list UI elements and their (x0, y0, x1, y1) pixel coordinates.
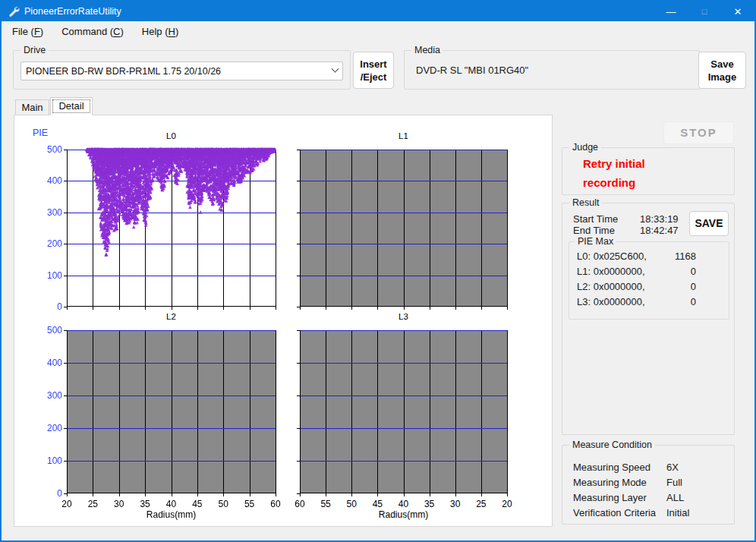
x-tick-L2-40: 40 (162, 499, 181, 509)
x-tick-L3-60: 60 (290, 499, 310, 509)
verification-criteria-row: Verification CriteriaInitial (573, 507, 729, 518)
y-tick-L0-200: 200 (36, 238, 62, 249)
x-tick-L3-30: 30 (446, 499, 465, 509)
chevron-down-icon (332, 65, 339, 73)
measuring-layer-row: Measuring LayerALL (573, 492, 729, 503)
drive-select[interactable]: PIONEER BD-RW BDR-PR1ML 1.75 20/10/26 (20, 61, 343, 80)
y-tick-L0-300: 300 (36, 207, 62, 218)
y-tick-L0-0: 0 (36, 301, 62, 312)
x-tick-L2-55: 55 (240, 499, 260, 509)
pie-max-row-l0: L0: 0x025C600,1168 (577, 251, 725, 262)
minimize-button[interactable]: — (654, 2, 688, 21)
y-tick-L2-400: 400 (36, 358, 62, 368)
x-tick-L2-60: 60 (266, 499, 285, 509)
save-image-button[interactable]: Save Image (698, 52, 746, 89)
media-group: Media DVD-R SL "MBI 01RG40" (404, 50, 700, 90)
judge-group: Judge Retry initial recording (562, 147, 735, 195)
pie-max-label: PIE Max (575, 236, 616, 247)
x-tick-L3-40: 40 (394, 499, 414, 509)
chart-L2-canvas (62, 327, 279, 499)
tab-detail[interactable]: Detail (50, 97, 93, 115)
start-time-row: Start Time 18:33:19 (573, 213, 618, 225)
end-time-value: 18:42:47 (640, 225, 693, 236)
pie-max-group: PIE Max L0: 0x025C600,1168 L1: 0x0000000… (569, 241, 729, 320)
app-window: PioneerErrorRateUtility — □ ✕ File (F) C… (0, 0, 756, 542)
pie-max-row-l1: L1: 0x0000000,0 (577, 266, 725, 277)
x-tick-L2-35: 35 (135, 499, 155, 509)
chart-title-L2: L2 (149, 312, 194, 321)
y-tick-L2-300: 300 (36, 390, 62, 401)
result-group: Result Start Time 18:33:19 End Time 18:4… (562, 203, 735, 435)
chart-title-L1: L1 (381, 131, 427, 140)
x-tick-L2-25: 25 (83, 499, 102, 509)
drive-selected-value: PIONEER BD-RW BDR-PR1ML 1.75 20/10/26 (26, 66, 221, 77)
y-tick-L2-0: 0 (36, 488, 62, 499)
measuring-speed-row: Measuring Speed6X (573, 462, 729, 473)
x-tick-L2-50: 50 (213, 499, 233, 509)
y-tick-L2-100: 100 (36, 455, 62, 466)
wrench-icon (8, 5, 20, 17)
drive-group-label: Drive (20, 45, 49, 55)
x-tick-L2-20: 20 (57, 499, 77, 509)
pie-axis-label: PIE (33, 128, 48, 138)
measuring-mode-row: Measuring ModeFull (573, 477, 729, 488)
save-button[interactable]: SAVE (689, 211, 729, 236)
judge-verdict: Retry initial recording (583, 154, 697, 192)
media-value: DVD-R SL "MBI 01RG40" (416, 65, 528, 76)
x-tick-L3-50: 50 (342, 499, 361, 509)
media-group-label: Media (411, 45, 443, 55)
x-tick-L2-45: 45 (187, 499, 207, 509)
maximize-button[interactable]: □ (688, 2, 721, 21)
y-tick-L0-400: 400 (36, 175, 62, 186)
x-tick-L3-55: 55 (316, 499, 335, 509)
y-tick-L2-500: 500 (36, 325, 62, 336)
chart-L1-canvas (295, 147, 510, 312)
menu-command[interactable]: Command (C) (54, 24, 131, 39)
chart-title-L0: L0 (149, 131, 194, 140)
start-time-value: 18:33:19 (640, 213, 693, 225)
end-time-row: End Time 18:42:47 (573, 225, 615, 236)
menu-help[interactable]: Help (H) (134, 24, 186, 39)
detail-tab-panel: PIEL00100200300400500L1L2010020030040050… (14, 115, 553, 527)
title-bar[interactable]: PioneerErrorRateUtility — □ ✕ (2, 2, 754, 21)
x-tick-L3-25: 25 (471, 499, 491, 509)
y-tick-L0-100: 100 (36, 270, 62, 281)
x-axis-title-L2: Radius(mm) (137, 509, 206, 520)
x-axis-title-L3: Radius(mm) (370, 509, 438, 520)
menu-file[interactable]: File (F) (5, 24, 51, 39)
x-tick-L2-30: 30 (109, 499, 129, 509)
tab-main[interactable]: Main (15, 99, 49, 115)
insert-eject-button[interactable]: Insert /Eject (353, 52, 394, 89)
measure-condition-label: Measure Condition (569, 440, 655, 450)
menu-bar: File (F) Command (C) Help (H) (2, 21, 754, 41)
judge-group-label: Judge (569, 142, 601, 153)
y-tick-L0-500: 500 (36, 144, 62, 155)
window-title: PioneerErrorRateUtility (24, 6, 121, 17)
chart-L3-canvas (295, 327, 510, 499)
x-tick-L3-35: 35 (420, 499, 439, 509)
x-tick-L3-20: 20 (497, 499, 517, 509)
measure-condition-group: Measure Condition Measuring Speed6X Meas… (562, 445, 735, 525)
drive-group: Drive PIONEER BD-RW BDR-PR1ML 1.75 20/10… (13, 50, 351, 90)
close-button[interactable]: ✕ (721, 2, 754, 21)
chart-L0-canvas (62, 147, 279, 312)
result-group-label: Result (569, 197, 602, 208)
pie-max-row-l2: L2: 0x0000000,0 (577, 281, 725, 292)
pie-max-row-l3: L3: 0x0000000,0 (577, 296, 725, 307)
stop-button[interactable]: STOP (663, 121, 734, 144)
y-tick-L2-200: 200 (36, 423, 62, 433)
chart-title-L3: L3 (381, 312, 427, 321)
x-tick-L3-45: 45 (367, 499, 387, 509)
